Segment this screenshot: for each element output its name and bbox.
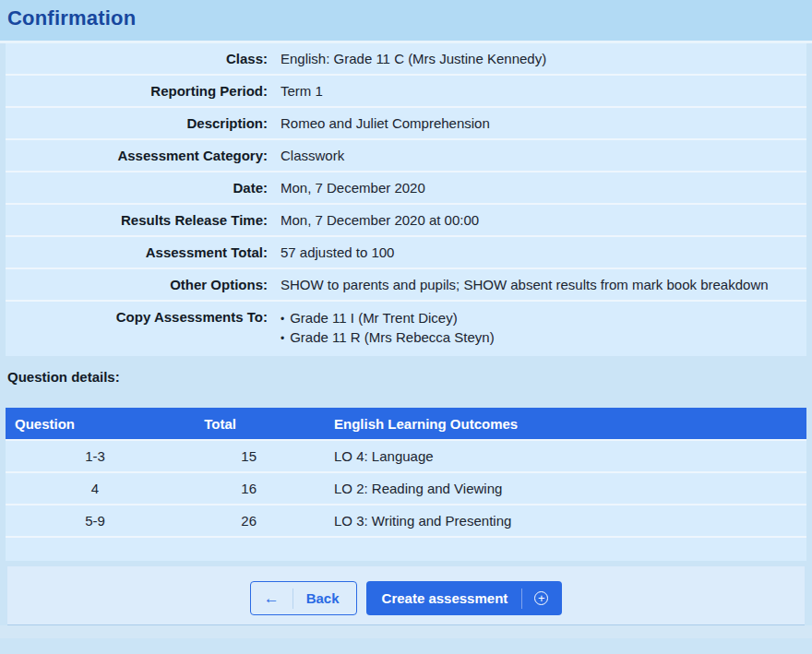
- summary-value: Mon, 7 December 2020: [268, 180, 425, 196]
- back-button[interactable]: ← Back: [250, 581, 357, 615]
- assessment-summary-table: Class: English: Grade 11 C (Mrs Justine …: [6, 43, 806, 356]
- table-row: 5-9 26 LO 3: Writing and Presenting: [6, 505, 806, 538]
- cell-question: 4: [6, 481, 185, 496]
- create-assessment-button[interactable]: Create assessment +: [366, 581, 563, 615]
- summary-row-results-release-time: Results Release Time: Mon, 7 December 20…: [6, 205, 806, 237]
- page-title: Confirmation: [7, 6, 812, 30]
- column-header-total: Total: [185, 416, 279, 432]
- summary-label: Date:: [6, 180, 268, 196]
- cell-outcome: LO 3: Writing and Presenting: [279, 513, 806, 529]
- column-header-question: Question: [6, 416, 185, 432]
- table-row: 4 16 LO 2: Reading and Viewing: [6, 473, 806, 505]
- empty-table-row: [6, 538, 806, 561]
- summary-row-other-options: Other Options: SHOW to parents and pupil…: [6, 269, 806, 302]
- cell-total: 16: [185, 481, 279, 496]
- summary-value: Romeo and Juliet Comprehension: [268, 115, 490, 131]
- summary-value: Mon, 7 December 2020 at 00:00: [268, 212, 479, 228]
- summary-row-class: Class: English: Grade 11 C (Mrs Justine …: [6, 43, 806, 76]
- page-title-bar: Confirmation: [0, 0, 812, 41]
- table-row: 1-3 15 LO 4: Language: [6, 441, 806, 473]
- copy-class: Grade 11 I (Mr Trent Dicey): [290, 309, 457, 327]
- summary-label: Class:: [6, 51, 268, 66]
- bullet-icon: •: [281, 330, 290, 348]
- bullet-icon: •: [281, 311, 290, 328]
- copy-assessments-list: • Grade 11 I (Mr Trent Dicey) • Grade 11…: [268, 309, 495, 348]
- summary-value: SHOW to parents and pupils; SHOW absent …: [268, 277, 769, 292]
- button-divider: [521, 589, 522, 609]
- summary-row-assessment-total: Assessment Total: 57 adjusted to 100: [6, 237, 806, 269]
- summary-label: Other Options:: [6, 277, 268, 292]
- summary-label: Results Release Time:: [6, 212, 268, 228]
- summary-row-reporting-period: Reporting Period: Term 1: [6, 76, 806, 108]
- summary-label: Copy Assessments To:: [6, 309, 268, 325]
- summary-row-copy-assessments-to: Copy Assessments To: • Grade 11 I (Mr Tr…: [6, 302, 806, 356]
- arrow-left-icon: ←: [264, 590, 280, 606]
- summary-label: Reporting Period:: [6, 83, 268, 99]
- question-table-header: Question Total English Learning Outcomes: [6, 408, 806, 441]
- summary-row-date: Date: Mon, 7 December 2020: [6, 172, 806, 205]
- cell-question: 5-9: [6, 513, 185, 529]
- button-divider: [293, 589, 293, 609]
- cell-question: 1-3: [6, 448, 185, 464]
- action-buttons: ← Back Create assessment +: [250, 581, 563, 615]
- cell-outcome: LO 4: Language: [279, 448, 806, 464]
- summary-label: Assessment Category:: [6, 148, 268, 163]
- summary-value: Classwork: [268, 148, 344, 163]
- bottom-strip: [0, 625, 812, 638]
- plus-circle-icon: +: [534, 591, 548, 605]
- back-button-label: Back: [306, 590, 340, 606]
- summary-label: Description:: [6, 115, 268, 131]
- copy-class: Grade 11 R (Mrs Rebecca Steyn): [290, 328, 494, 346]
- summary-value: 57 adjusted to 100: [268, 244, 394, 260]
- cell-outcome: LO 2: Reading and Viewing: [279, 481, 806, 496]
- column-header-outcomes: English Learning Outcomes: [279, 416, 806, 432]
- list-item: • Grade 11 I (Mr Trent Dicey): [281, 309, 495, 328]
- action-footer: ← Back Create assessment +: [7, 566, 805, 625]
- create-assessment-label: Create assessment: [382, 590, 508, 606]
- list-item: • Grade 11 R (Mrs Rebecca Steyn): [281, 328, 495, 348]
- cell-total: 26: [185, 513, 279, 529]
- cell-total: 15: [185, 448, 279, 464]
- summary-value: Term 1: [268, 83, 323, 99]
- summary-label: Assessment Total:: [6, 244, 268, 260]
- question-details-heading: Question details:: [7, 369, 812, 386]
- summary-row-assessment-category: Assessment Category: Classwork: [6, 140, 806, 172]
- question-details-table: Question Total English Learning Outcomes…: [6, 408, 806, 561]
- summary-row-description: Description: Romeo and Juliet Comprehens…: [6, 108, 806, 140]
- summary-value: English: Grade 11 C (Mrs Justine Kennedy…: [268, 51, 546, 66]
